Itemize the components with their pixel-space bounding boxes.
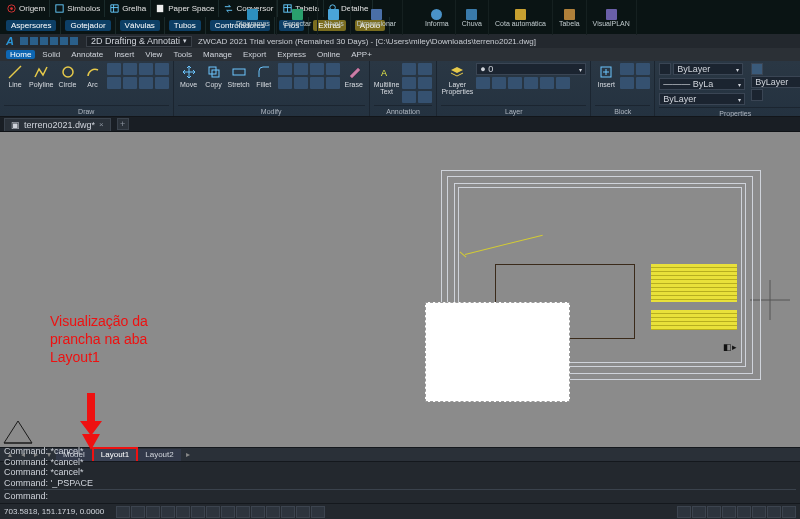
ribbon-group-annotation: AMultiline Text Annotation	[370, 61, 438, 116]
bigbtn-diagramas[interactable]: Diagramas	[230, 0, 277, 35]
insert-button[interactable]: Insert	[595, 63, 617, 105]
bigbtn-cota[interactable]: Cota automática	[489, 0, 553, 35]
status-toggle[interactable]	[191, 506, 205, 518]
status-toggle[interactable]	[707, 506, 721, 518]
tab-solid[interactable]: Solid	[38, 50, 64, 59]
group-label: Modify	[178, 105, 365, 116]
drawing-canvas[interactable]: Visualização da prancha na aba Layout1 ◧…	[0, 132, 800, 447]
ribbon: Line Polyline Circle Arc Draw Move Copy …	[0, 61, 800, 117]
bigbtn-dimensionar[interactable]: Dimensionar	[351, 0, 403, 35]
plugin-item[interactable]: Grelha	[105, 0, 151, 17]
tab-express[interactable]: Express	[273, 50, 310, 59]
svg-point-12	[63, 67, 73, 77]
group-label: Block	[595, 105, 650, 116]
annot-mini[interactable]	[402, 63, 432, 105]
status-toggle[interactable]	[131, 506, 145, 518]
layer-selector[interactable]: ● 0	[476, 63, 586, 75]
bigbtn-niveis[interactable]: Níveis	[318, 0, 350, 35]
status-toggle[interactable]	[236, 506, 250, 518]
block-mini[interactable]	[620, 63, 650, 105]
document-tab[interactable]: ▣ terreno2021.dwg* ×	[4, 118, 111, 131]
tab-insert[interactable]: Insert	[110, 50, 138, 59]
color-swatch[interactable]	[659, 63, 671, 75]
bigbtn-conectar[interactable]: Conectar	[277, 0, 318, 35]
status-toggle[interactable]	[116, 506, 130, 518]
tab-manage[interactable]: Manage	[199, 50, 236, 59]
svg-text:A: A	[381, 68, 387, 78]
status-toggle[interactable]	[722, 506, 736, 518]
bigbtn-tabela[interactable]: Tabela	[553, 0, 587, 35]
status-toggle[interactable]	[677, 506, 691, 518]
viewport-paper[interactable]	[425, 302, 570, 402]
command-window[interactable]: Command: *cancel* Command: *cancel* Comm…	[0, 461, 800, 503]
linetype-selector[interactable]: ——— ByLa	[659, 78, 745, 90]
plugin-item[interactable]: Simbolos	[50, 0, 105, 17]
tab-home[interactable]: Home	[6, 50, 35, 59]
command-input[interactable]	[52, 492, 796, 501]
tab-online[interactable]: Online	[313, 50, 344, 59]
draw-mini-grid[interactable]	[107, 63, 169, 105]
quota-icon	[515, 9, 526, 20]
svg-rect-7	[30, 37, 38, 45]
tab-export[interactable]: Export	[239, 50, 270, 59]
copy-button[interactable]: Copy	[203, 63, 225, 105]
window-title: ZWCAD 2021 Trial version (Remained 30 Da…	[198, 37, 536, 46]
new-tab-button[interactable]: +	[117, 118, 129, 130]
bigbtn-visualplan[interactable]: VisualPLAN	[587, 0, 637, 35]
fillet-button[interactable]: Fillet	[253, 63, 275, 105]
title-bar: A 2D Drafting & Annotati ZWCAD 2021 Tria…	[0, 34, 800, 48]
app-logo-icon: A	[6, 35, 14, 47]
lineweight-selector[interactable]: ByLayer	[659, 93, 745, 105]
status-toggle[interactable]	[266, 506, 280, 518]
bigbtn-informa[interactable]: Informa	[419, 0, 456, 35]
status-toggle[interactable]	[692, 506, 706, 518]
tab-app[interactable]: APP+	[347, 50, 376, 59]
plugin-item[interactable]: Aspersores	[2, 17, 61, 34]
plugin-item[interactable]: Válvulas	[116, 17, 165, 34]
modify-mini-grid[interactable]	[278, 63, 340, 105]
status-toggle[interactable]	[737, 506, 751, 518]
close-icon[interactable]: ×	[99, 120, 104, 129]
status-toggle[interactable]	[782, 506, 796, 518]
status-toggle[interactable]	[311, 506, 325, 518]
bigbtn-chuva[interactable]: Chuva	[456, 0, 489, 35]
plugin-item[interactable]: Tubos	[165, 17, 206, 34]
mtext-button[interactable]: AMultiline Text	[374, 63, 400, 105]
status-bar: 703.5818, 151.1719, 0.0000	[0, 503, 800, 519]
stretch-button[interactable]: Stretch	[228, 63, 250, 105]
color-selector[interactable]: ByLayer	[673, 63, 743, 75]
target-icon	[6, 3, 17, 14]
erase-button[interactable]: Erase	[343, 63, 365, 105]
qat-icon[interactable]	[20, 36, 80, 46]
plugin-item[interactable]: Paper Space	[151, 0, 219, 17]
status-toggle[interactable]	[221, 506, 235, 518]
svg-rect-8	[40, 37, 48, 45]
status-toggle[interactable]	[296, 506, 310, 518]
status-toggle[interactable]	[146, 506, 160, 518]
list-button[interactable]	[751, 89, 763, 101]
north-icon: ◧▸	[723, 342, 737, 352]
line-button[interactable]: Line	[4, 63, 26, 105]
status-toggle[interactable]	[251, 506, 265, 518]
status-toggle[interactable]	[752, 506, 766, 518]
circle-button[interactable]: Circle	[57, 63, 79, 105]
tab-annotate[interactable]: Annotate	[67, 50, 107, 59]
status-toggle[interactable]	[767, 506, 781, 518]
plugin-origin[interactable]: Origem	[2, 0, 50, 17]
polyline-button[interactable]: Polyline	[29, 63, 54, 105]
match-properties-button[interactable]	[751, 63, 763, 75]
tab-view[interactable]: View	[141, 50, 166, 59]
layer-properties-button[interactable]: Layer Properties	[441, 63, 473, 105]
status-toggle[interactable]	[161, 506, 175, 518]
tab-tools[interactable]: Tools	[169, 50, 196, 59]
status-toggle[interactable]	[281, 506, 295, 518]
plugin-item[interactable]: Gotejador	[61, 17, 115, 34]
status-toggle[interactable]	[206, 506, 220, 518]
arc-button[interactable]: Arc	[82, 63, 104, 105]
ribbon-group-draw: Line Polyline Circle Arc Draw	[0, 61, 174, 116]
move-button[interactable]: Move	[178, 63, 200, 105]
layer-mini[interactable]	[476, 77, 586, 89]
plotstyle-selector[interactable]: ByLayer	[751, 76, 800, 88]
status-toggle[interactable]	[176, 506, 190, 518]
workspace-selector[interactable]: 2D Drafting & Annotati	[86, 36, 192, 47]
